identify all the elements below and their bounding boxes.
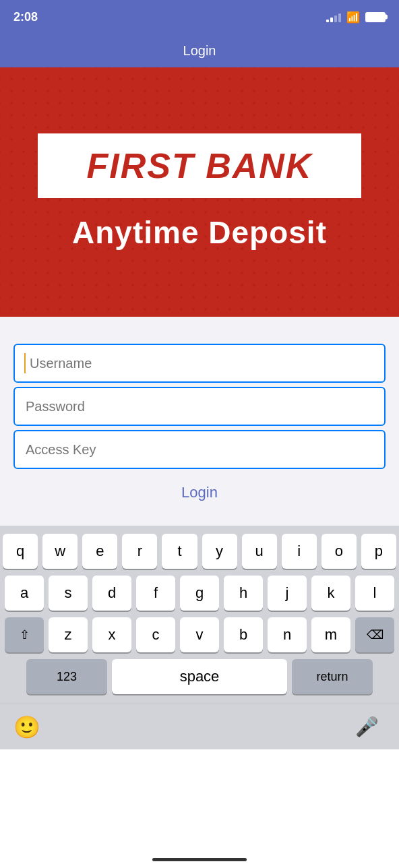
keyboard-row-2: a s d f g h j k l (3, 576, 396, 611)
key-g[interactable]: g (180, 576, 219, 611)
key-t[interactable]: t (162, 534, 197, 569)
key-j[interactable]: j (268, 576, 307, 611)
numbers-key[interactable]: 123 (26, 659, 107, 694)
wifi-icon: 📶 (346, 11, 360, 24)
key-m[interactable]: m (311, 617, 350, 652)
shift-key[interactable]: ⇧ (5, 617, 44, 652)
key-r[interactable]: r (122, 534, 157, 569)
key-d[interactable]: d (92, 576, 131, 611)
return-key[interactable]: return (292, 659, 373, 694)
anytime-deposit-text: Anytime Deposit (72, 214, 327, 251)
key-k[interactable]: k (311, 576, 350, 611)
key-l[interactable]: l (355, 576, 394, 611)
key-c[interactable]: c (136, 617, 175, 652)
key-h[interactable]: h (224, 576, 263, 611)
key-s[interactable]: s (49, 576, 88, 611)
login-form-area: Login (0, 317, 399, 526)
login-button[interactable]: Login (13, 473, 386, 512)
accesskey-input[interactable] (13, 430, 386, 469)
status-icons: 📶 (326, 11, 386, 24)
bank-logo-text: FIRST BANK (87, 146, 313, 186)
key-b[interactable]: b (224, 617, 263, 652)
key-o[interactable]: o (321, 534, 357, 569)
battery-icon (365, 12, 386, 22)
keyboard: q w e r t y u i o p a s d f g h j k l ⇧ … (0, 526, 399, 704)
nav-bar: Login (0, 34, 399, 67)
bottom-bar: 🙂 🎤 (0, 704, 399, 749)
status-bar: 2:08 📶 (0, 0, 399, 34)
keyboard-row-3: ⇧ z x c v b n m ⌫ (3, 617, 396, 652)
password-input[interactable] (13, 387, 386, 426)
key-v[interactable]: v (180, 617, 219, 652)
keyboard-row-1: q w e r t y u i o p (3, 534, 396, 569)
username-input[interactable] (13, 344, 386, 383)
key-q[interactable]: q (3, 534, 38, 569)
nav-title: Login (183, 43, 216, 59)
keyboard-row-4: 123 space return (3, 659, 396, 694)
key-a[interactable]: a (5, 576, 44, 611)
key-n[interactable]: n (268, 617, 307, 652)
signal-icon (326, 11, 341, 22)
key-e[interactable]: e (82, 534, 117, 569)
bank-logo-wrapper: FIRST BANK (38, 133, 361, 198)
delete-key[interactable]: ⌫ (355, 617, 394, 652)
key-y[interactable]: y (202, 534, 237, 569)
emoji-icon[interactable]: 🙂 (13, 714, 40, 740)
hero-banner: FIRST BANK Anytime Deposit (0, 67, 399, 317)
password-wrapper (13, 387, 386, 426)
microphone-icon[interactable]: 🎤 (355, 716, 379, 738)
key-i[interactable]: i (282, 534, 317, 569)
home-indicator (152, 858, 247, 861)
key-z[interactable]: z (49, 617, 88, 652)
key-x[interactable]: x (92, 617, 131, 652)
space-key[interactable]: space (112, 659, 287, 694)
key-p[interactable]: p (361, 534, 396, 569)
cursor-line (24, 353, 26, 373)
key-w[interactable]: w (42, 534, 78, 569)
status-time: 2:08 (13, 10, 38, 24)
key-u[interactable]: u (242, 534, 277, 569)
key-f[interactable]: f (136, 576, 175, 611)
accesskey-wrapper (13, 430, 386, 469)
username-wrapper (13, 344, 386, 383)
